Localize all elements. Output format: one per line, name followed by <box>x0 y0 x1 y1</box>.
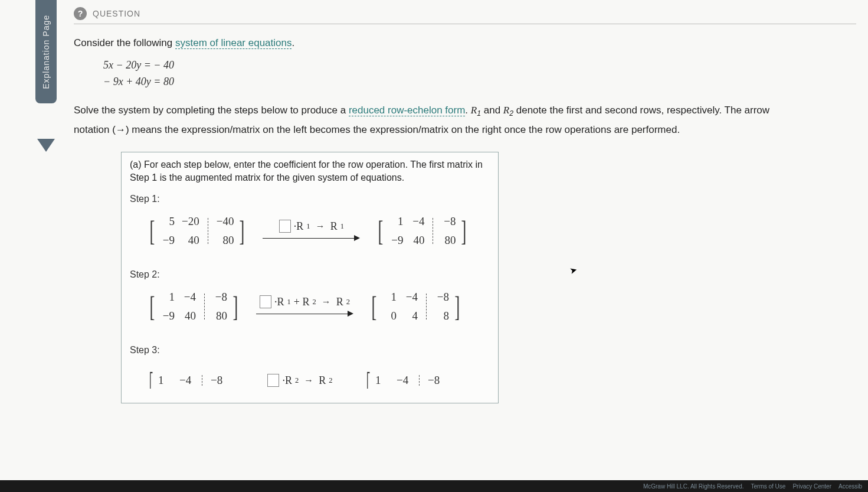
cell: 1 <box>382 291 397 304</box>
arrow-icon: → <box>304 375 313 386</box>
cell: −9 <box>389 234 403 247</box>
footer-privacy-link[interactable]: Privacy Center <box>792 483 831 490</box>
instr-1a: Solve the system by completing the steps… <box>74 105 349 116</box>
cell: 0 <box>382 309 397 322</box>
cell: −4 <box>182 291 196 304</box>
reduced-row-echelon-link[interactable]: reduced row-echelon form <box>349 105 465 116</box>
arrow-icon: → <box>322 296 331 307</box>
cell: −4 <box>404 291 418 304</box>
instr-2: notation (→) means the expression/matrix… <box>74 124 680 135</box>
equation-1: 5x − 20y = − 40 <box>103 57 868 74</box>
step-3-right-matrix-partial: ⎡ 1 −4 −8 ⎤ <box>365 366 453 395</box>
footer: McGraw Hill LLC. All Rights Reserved. Te… <box>0 480 868 492</box>
op-sub: 1 <box>306 222 310 231</box>
op-text: ·R <box>282 374 292 387</box>
r1-sub: 1 <box>477 109 481 118</box>
cell: 40 <box>182 309 196 322</box>
question-header: ? QUESTION <box>74 5 856 24</box>
footer-copyright: McGraw Hill LLC. All Rights Reserved. <box>643 483 744 490</box>
op-sub: 2 <box>295 376 299 385</box>
cell: −4 <box>179 374 191 387</box>
cell: 80 <box>213 309 227 322</box>
step-3-operation: ·R2 → R2 <box>248 374 352 387</box>
cell: 1 <box>375 374 381 387</box>
cell: 40 <box>182 234 199 247</box>
op-sub: 1 <box>340 222 344 231</box>
step-2-right-matrix: [ 10 −44 −88 ] <box>369 291 462 322</box>
prompt-text: Consider the following system of linear … <box>74 37 868 49</box>
cell: −4 <box>397 374 408 387</box>
footer-access-link[interactable]: Accessib <box>838 483 862 490</box>
question-content: ? QUESTION Consider the following system… <box>74 0 868 403</box>
cell: −4 <box>410 215 424 228</box>
question-mark-icon[interactable]: ? <box>74 7 87 20</box>
cell: 1 <box>158 374 164 387</box>
instructions: Solve the system by completing the steps… <box>74 101 862 140</box>
task-box: (a) For each step below, enter the coeff… <box>121 152 499 404</box>
prompt-lead: Consider the following <box>74 37 175 48</box>
step-3-coeff-input[interactable] <box>267 374 279 387</box>
step-3-label: Step 3: <box>130 345 490 356</box>
explanation-page-label: Explanation Page <box>41 15 51 89</box>
instr-1b: . <box>465 105 470 116</box>
cell: −20 <box>182 215 199 228</box>
op-text: ·R <box>294 220 304 233</box>
step-1-operation: ·R1 → R1 <box>260 220 363 242</box>
system-of-linear-equations-link[interactable]: system of linear equations <box>175 37 292 49</box>
cell: 80 <box>441 234 456 247</box>
prompt-tail: . <box>291 37 294 48</box>
cell: 80 <box>217 234 234 247</box>
cell: −8 <box>441 215 456 228</box>
r2: R <box>503 105 509 116</box>
op-sub: 2 <box>312 298 316 307</box>
question-label: QUESTION <box>93 9 140 18</box>
op-text: + R <box>294 296 310 308</box>
equation-system: 5x − 20y = − 40 − 9x + 40y = 80 <box>103 57 868 90</box>
step-1-label: Step 1: <box>130 194 490 204</box>
step-2-label: Step 2: <box>130 269 490 280</box>
step-1-coeff-input[interactable] <box>279 220 291 233</box>
op-sub: 2 <box>329 376 332 385</box>
step-3-left-matrix-partial: ⎡ 1 −4 −8 ⎤ <box>148 366 235 395</box>
explanation-page-tab[interactable]: Explanation Page <box>35 0 57 103</box>
op-sub: 1 <box>287 298 290 307</box>
op-text: ·R <box>274 296 284 308</box>
long-arrow-icon <box>256 309 353 318</box>
step-2-row: [ 1−9 −440 −880 ] ·R1 + R2 → R2 <box>148 291 490 322</box>
step-1-right-matrix: [ 1−9 −440 −880 ] <box>376 215 469 247</box>
instr-1c: denote the first and second rows, respec… <box>513 105 769 116</box>
cell: 1 <box>161 291 175 304</box>
step-1-left-matrix: [ 5−9 −2040 −4080 ] <box>148 215 247 247</box>
cell: −9 <box>161 234 175 247</box>
cell: −8 <box>213 291 227 304</box>
r1: R <box>471 105 477 116</box>
step-3-row: ⎡ 1 −4 −8 ⎤ ·R2 → R2 ⎡ <box>148 366 490 395</box>
op-sub: 2 <box>346 298 350 307</box>
sidebar-arrow-icon <box>37 139 55 152</box>
long-arrow-icon <box>263 234 360 242</box>
cell: −8 <box>428 374 440 387</box>
cell: 8 <box>435 309 449 322</box>
cell: 40 <box>410 234 424 247</box>
r2-sub: 2 <box>509 109 513 118</box>
step-2-coeff-input[interactable] <box>260 295 271 308</box>
cell: −40 <box>217 215 234 228</box>
footer-terms-link[interactable]: Terms of Use <box>751 483 786 490</box>
arrow-icon: → <box>316 221 325 232</box>
instr-and: and <box>481 105 503 116</box>
cell: 1 <box>389 215 403 228</box>
cell: 5 <box>161 215 175 228</box>
cell: −8 <box>435 291 449 304</box>
cell: −9 <box>161 309 175 322</box>
step-2-left-matrix: [ 1−9 −440 −880 ] <box>148 291 240 322</box>
step-2-operation: ·R1 + R2 → R2 <box>253 295 356 318</box>
cell: 4 <box>404 309 418 322</box>
step-1-row: [ 5−9 −2040 −4080 ] ·R1 → R1 <box>148 215 490 247</box>
task-intro: (a) For each step below, enter the coeff… <box>130 158 490 185</box>
cell: −8 <box>211 374 222 387</box>
equation-2: − 9x + 40y = 80 <box>103 74 868 90</box>
